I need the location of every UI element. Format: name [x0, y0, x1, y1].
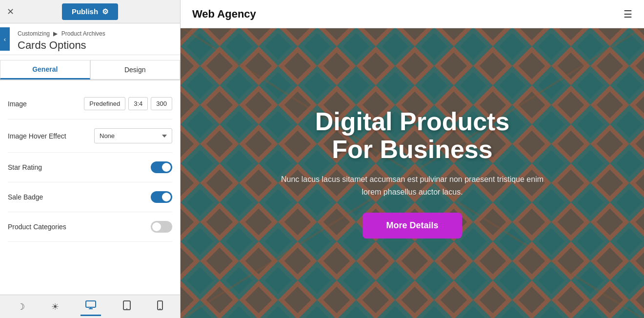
- desktop-icon: [85, 300, 96, 312]
- tablet-icon: [123, 300, 131, 313]
- mobile-view-button[interactable]: [152, 298, 168, 316]
- light-mode-button[interactable]: ☀: [46, 298, 64, 315]
- breadcrumb-section: ‹ Customizing ▶ Product Archives Cards O…: [0, 23, 180, 55]
- sale-badge-toggle[interactable]: [151, 191, 172, 203]
- page-title: Cards Options: [18, 39, 172, 52]
- image-controls: Predefined 3:4 300: [84, 97, 172, 110]
- hamburger-icon[interactable]: ☰: [624, 8, 632, 20]
- breadcrumb-parent: Customizing: [18, 30, 50, 37]
- svg-point-4: [126, 308, 127, 309]
- site-title: Web Agency: [192, 8, 256, 20]
- star-rating-slider: [151, 161, 172, 173]
- product-categories-label: Product Categories: [8, 223, 66, 231]
- gear-icon: ⚙: [102, 7, 108, 16]
- breadcrumb-child: Product Archives: [61, 30, 105, 37]
- preview-content: Digital Products For Business Nunc lacus…: [181, 28, 644, 318]
- right-panel: Web Agency ☰: [181, 0, 644, 318]
- size-button[interactable]: 300: [151, 97, 172, 110]
- predefined-button[interactable]: Predefined: [84, 97, 125, 110]
- tabs-bar: General Design: [0, 60, 180, 80]
- hero-subtitle: Nunc lacus lacus sitamet accumsan est pu…: [271, 173, 554, 198]
- close-icon: ✕: [7, 7, 14, 17]
- svg-rect-0: [86, 301, 96, 307]
- top-bar: ✕ Publish ⚙: [0, 0, 180, 23]
- star-rating-row: Star Rating: [8, 153, 172, 182]
- breadcrumb-separator: ▶: [53, 30, 58, 37]
- left-panel: ✕ Publish ⚙ ‹ Customizing ▶ Product Arch…: [0, 0, 181, 318]
- back-icon: ‹: [4, 36, 6, 43]
- publish-button[interactable]: Publish ⚙: [62, 3, 118, 20]
- product-categories-slider: [151, 221, 172, 233]
- image-label: Image: [8, 100, 27, 108]
- settings-content: Image Predefined 3:4 300 Image Hover Eff…: [0, 80, 180, 295]
- sale-badge-label: Sale Badge: [8, 193, 43, 201]
- image-hover-effect-row: Image Hover Effect None Zoom Fade Slide: [8, 119, 172, 153]
- star-rating-label: Star Rating: [8, 163, 42, 171]
- product-categories-toggle[interactable]: [151, 221, 172, 233]
- hero-cta-button[interactable]: More Details: [362, 213, 462, 238]
- tablet-view-button[interactable]: [118, 298, 136, 316]
- image-hover-label: Image Hover Effect: [8, 132, 66, 140]
- hero-overlay: Digital Products For Business Nunc lacus…: [181, 28, 644, 318]
- bottom-bar: ☽ ☀: [0, 295, 180, 318]
- preview-nav: Web Agency ☰: [181, 0, 644, 28]
- breadcrumb: Customizing ▶ Product Archives: [18, 30, 172, 37]
- dark-mode-button[interactable]: ☽: [12, 298, 30, 315]
- moon-icon: ☽: [17, 301, 25, 312]
- desktop-view-button[interactable]: [80, 298, 101, 316]
- sale-badge-slider: [151, 191, 172, 203]
- star-rating-toggle[interactable]: [151, 161, 172, 173]
- mobile-icon: [157, 300, 163, 313]
- ratio-button[interactable]: 3:4: [128, 97, 148, 110]
- hero-section: Digital Products For Business Nunc lacus…: [181, 28, 644, 318]
- publish-label: Publish: [72, 7, 98, 16]
- back-button[interactable]: ‹: [0, 27, 10, 51]
- tab-design[interactable]: Design: [90, 60, 181, 80]
- image-setting-row: Image Predefined 3:4 300: [8, 88, 172, 119]
- hero-title: Digital Products For Business: [315, 108, 510, 163]
- image-hover-select[interactable]: None Zoom Fade Slide: [94, 128, 172, 143]
- svg-point-6: [160, 308, 161, 309]
- close-button[interactable]: ✕: [7, 6, 14, 17]
- product-categories-row: Product Categories: [8, 212, 172, 242]
- tab-general[interactable]: General: [0, 60, 90, 80]
- sun-icon: ☀: [51, 301, 59, 312]
- sale-badge-row: Sale Badge: [8, 182, 172, 212]
